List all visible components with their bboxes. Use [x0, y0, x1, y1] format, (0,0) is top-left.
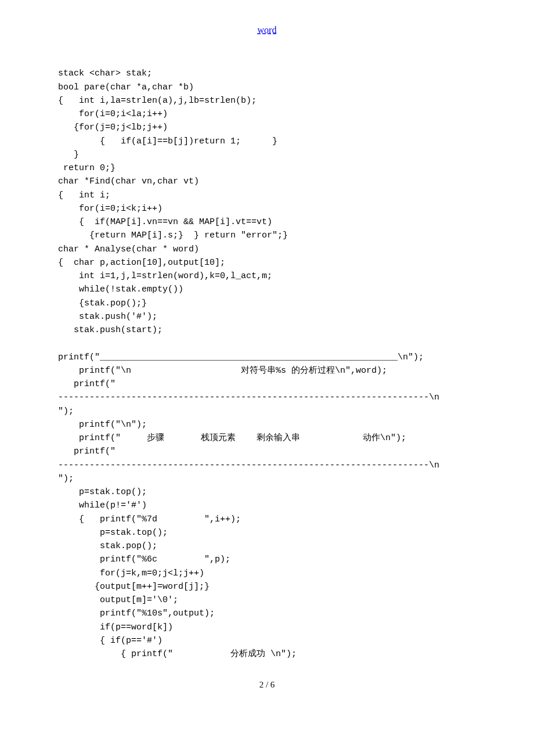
code-line: stak.push('#');: [58, 312, 157, 322]
code-line: stack <char> stak;: [58, 69, 152, 78]
code-line: printf("%6c ",p);: [58, 555, 230, 564]
code-line: {output[m++]=word[j];}: [58, 582, 210, 592]
code-line: p=stak.top();: [58, 528, 168, 538]
code-line: printf("\n 对符号串%s 的分析过程\n",word);: [58, 366, 387, 376]
code-line: ----------------------------------------…: [58, 393, 439, 402]
document-page: word stack <char> stak; bool pare(char *…: [0, 0, 534, 715]
code-line: { printf(" 分析成功 \n");: [58, 649, 297, 659]
code-line: printf(": [58, 447, 116, 456]
code-line: { printf("%7d ",i++);: [58, 514, 241, 524]
code-line: stak.pop();: [58, 541, 157, 551]
code-line: {stak.pop();}: [58, 298, 147, 308]
code-line: { char p,action[10],output[10];: [58, 258, 225, 268]
code-line: stak.push(start);: [58, 325, 163, 335]
code-line: output[m]='\0';: [58, 595, 178, 605]
code-line: {for(j=0;j<lb;j++): [58, 123, 168, 132]
code-line: for(j=k,m=0;j<l;j++): [58, 568, 204, 578]
header-link-container: word: [58, 23, 476, 38]
code-line: ");: [58, 406, 74, 416]
code-line: p=stak.top();: [58, 487, 147, 497]
code-line: printf("%10s",output);: [58, 609, 215, 618]
code-line: while(!stak.empty()): [58, 285, 183, 294]
code-line: while(p!='#'): [58, 501, 147, 510]
code-line: return 0;}: [58, 163, 116, 173]
code-line: { int i;: [58, 190, 110, 200]
code-line: ");: [58, 474, 74, 484]
code-line: printf("\n");: [58, 420, 147, 430]
page-number: 2 / 6: [58, 678, 476, 692]
code-line: }: [58, 150, 79, 160]
code-line: printf(" 步骤 栈顶元素 剩余输入串 动作\n");: [58, 433, 406, 443]
code-line: char *Find(char vn,char vt): [58, 177, 199, 186]
code-content: stack <char> stak; bool pare(char *a,cha…: [58, 67, 476, 661]
code-line: { if(p=='#'): [58, 636, 163, 646]
code-line: ----------------------------------------…: [58, 460, 439, 470]
code-line: for(i=0;i<k;i++): [58, 204, 163, 214]
code-line: { if(MAP[i].vn==vn && MAP[i].vt==vt): [58, 217, 272, 227]
code-line: if(p==word[k]): [58, 622, 173, 632]
code-line: char * Analyse(char * word): [58, 244, 199, 254]
code-line: int i=1,j,l=strlen(word),k=0,l_act,m;: [58, 271, 272, 281]
code-line: { int i,la=strlen(a),j,lb=strlen(b);: [58, 96, 257, 106]
code-line: printf(": [58, 379, 116, 389]
code-line: printf("________________________________…: [58, 352, 424, 362]
code-line: { if(a[i]==b[j])return 1; }: [58, 136, 277, 146]
code-line: {return MAP[i].s;} } return "error";}: [58, 231, 288, 240]
code-line: for(i=0;i<la;i++): [58, 109, 168, 119]
code-line: bool pare(char *a,char *b): [58, 82, 194, 92]
word-link[interactable]: word: [258, 25, 277, 35]
